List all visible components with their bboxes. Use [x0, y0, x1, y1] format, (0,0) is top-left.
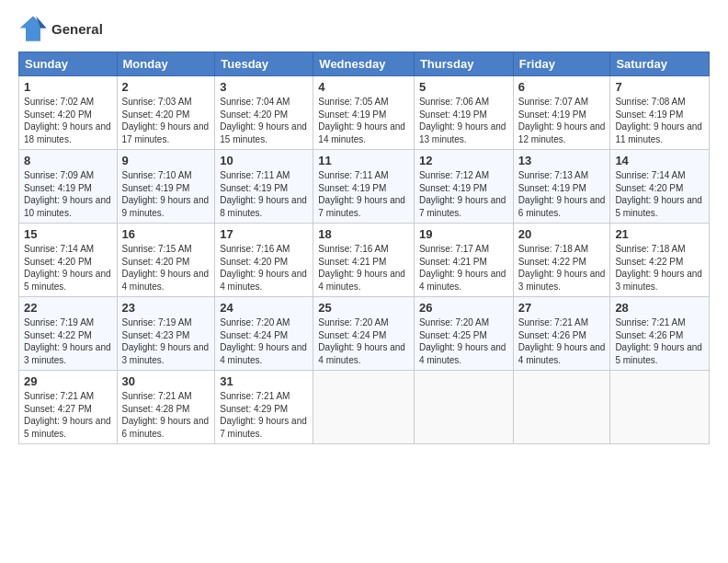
- day-number: 11: [318, 154, 409, 167]
- logo: General: [18, 15, 103, 44]
- daylight-label: Daylight: 9 hours and 3 minutes.: [615, 269, 702, 292]
- header: General: [18, 15, 710, 44]
- day-info: Sunrise: 7:18 AM Sunset: 4:22 PM Dayligh…: [615, 243, 704, 293]
- day-info: Sunrise: 7:13 AM Sunset: 4:19 PM Dayligh…: [518, 169, 606, 219]
- day-info: Sunrise: 7:05 AM Sunset: 4:19 PM Dayligh…: [318, 96, 409, 145]
- day-cell: 14 Sunrise: 7:14 AM Sunset: 4:20 PM Dayl…: [610, 150, 710, 224]
- day-cell: 3 Sunrise: 7:04 AM Sunset: 4:20 PM Dayli…: [215, 76, 313, 150]
- sunset-label: Sunset: 4:20 PM: [615, 183, 683, 193]
- day-cell: 23 Sunrise: 7:19 AM Sunset: 4:23 PM Dayl…: [117, 297, 215, 371]
- daylight-label: Daylight: 9 hours and 4 minutes.: [220, 342, 307, 365]
- sunset-label: Sunset: 4:19 PM: [24, 183, 92, 193]
- day-cell: 5 Sunrise: 7:06 AM Sunset: 4:19 PM Dayli…: [414, 76, 513, 150]
- sunset-label: Sunset: 4:24 PM: [220, 330, 288, 340]
- daylight-label: Daylight: 9 hours and 14 minutes.: [318, 121, 405, 144]
- daylight-label: Daylight: 9 hours and 8 minutes.: [220, 195, 307, 218]
- day-info: Sunrise: 7:02 AM Sunset: 4:20 PM Dayligh…: [24, 96, 112, 145]
- daylight-label: Daylight: 9 hours and 5 minutes.: [24, 416, 111, 439]
- svg-marker-0: [20, 17, 47, 41]
- day-cell: 9 Sunrise: 7:10 AM Sunset: 4:19 PM Dayli…: [117, 150, 215, 224]
- col-header-monday: Monday: [117, 52, 215, 76]
- sunset-label: Sunset: 4:25 PM: [419, 330, 487, 340]
- day-info: Sunrise: 7:03 AM Sunset: 4:20 PM Dayligh…: [122, 96, 210, 145]
- day-info: Sunrise: 7:21 AM Sunset: 4:29 PM Dayligh…: [220, 390, 308, 440]
- sunrise-label: Sunrise: 7:10 AM: [122, 170, 192, 180]
- day-number: 17: [220, 227, 308, 241]
- day-cell: 17 Sunrise: 7:16 AM Sunset: 4:20 PM Dayl…: [215, 224, 313, 297]
- day-number: 16: [122, 227, 210, 241]
- day-cell: 15 Sunrise: 7:14 AM Sunset: 4:20 PM Dayl…: [19, 224, 118, 297]
- daylight-label: Daylight: 9 hours and 4 minutes.: [220, 269, 307, 292]
- day-cell: [610, 371, 710, 444]
- day-number: 22: [24, 301, 112, 315]
- sunset-label: Sunset: 4:27 PM: [24, 404, 92, 414]
- sunset-label: Sunset: 4:19 PM: [220, 183, 288, 193]
- daylight-label: Daylight: 9 hours and 3 minutes.: [24, 342, 111, 365]
- sunrise-label: Sunrise: 7:18 AM: [518, 244, 588, 254]
- sunset-label: Sunset: 4:19 PM: [615, 109, 683, 120]
- daylight-label: Daylight: 9 hours and 4 minutes.: [318, 269, 405, 292]
- sunset-label: Sunset: 4:19 PM: [318, 183, 386, 193]
- day-cell: 31 Sunrise: 7:21 AM Sunset: 4:29 PM Dayl…: [215, 371, 313, 444]
- sunrise-label: Sunrise: 7:21 AM: [615, 317, 685, 327]
- sunset-label: Sunset: 4:21 PM: [318, 257, 386, 267]
- day-info: Sunrise: 7:21 AM Sunset: 4:27 PM Dayligh…: [24, 390, 112, 440]
- week-row-2: 8 Sunrise: 7:09 AM Sunset: 4:19 PM Dayli…: [19, 150, 710, 224]
- day-number: 10: [220, 154, 308, 167]
- day-cell: 28 Sunrise: 7:21 AM Sunset: 4:26 PM Dayl…: [610, 297, 710, 371]
- day-cell: 11 Sunrise: 7:11 AM Sunset: 4:19 PM Dayl…: [313, 150, 415, 224]
- day-info: Sunrise: 7:21 AM Sunset: 4:28 PM Dayligh…: [122, 390, 210, 440]
- day-number: 23: [122, 301, 210, 315]
- daylight-label: Daylight: 9 hours and 7 minutes.: [419, 195, 506, 218]
- day-info: Sunrise: 7:20 AM Sunset: 4:25 PM Dayligh…: [419, 316, 508, 366]
- week-row-3: 15 Sunrise: 7:14 AM Sunset: 4:20 PM Dayl…: [19, 224, 710, 297]
- daylight-label: Daylight: 9 hours and 17 minutes.: [122, 121, 210, 144]
- day-info: Sunrise: 7:15 AM Sunset: 4:20 PM Dayligh…: [122, 243, 210, 293]
- day-cell: 4 Sunrise: 7:05 AM Sunset: 4:19 PM Dayli…: [313, 76, 415, 150]
- day-number: 6: [518, 80, 606, 94]
- daylight-label: Daylight: 9 hours and 4 minutes.: [419, 342, 506, 365]
- sunrise-label: Sunrise: 7:19 AM: [122, 317, 192, 327]
- day-info: Sunrise: 7:12 AM Sunset: 4:19 PM Dayligh…: [419, 169, 508, 219]
- day-number: 12: [419, 154, 508, 167]
- day-info: Sunrise: 7:08 AM Sunset: 4:19 PM Dayligh…: [615, 96, 704, 145]
- day-cell: 30 Sunrise: 7:21 AM Sunset: 4:28 PM Dayl…: [117, 371, 215, 444]
- day-cell: 6 Sunrise: 7:07 AM Sunset: 4:19 PM Dayli…: [513, 76, 610, 150]
- sunset-label: Sunset: 4:29 PM: [220, 404, 288, 414]
- daylight-label: Daylight: 9 hours and 5 minutes.: [615, 342, 702, 365]
- day-number: 15: [24, 227, 112, 241]
- sunset-label: Sunset: 4:22 PM: [518, 257, 586, 267]
- sunrise-label: Sunrise: 7:14 AM: [615, 170, 685, 180]
- daylight-label: Daylight: 9 hours and 6 minutes.: [518, 195, 606, 218]
- day-number: 2: [122, 80, 210, 94]
- sunset-label: Sunset: 4:20 PM: [122, 257, 190, 267]
- day-cell: 2 Sunrise: 7:03 AM Sunset: 4:20 PM Dayli…: [117, 76, 215, 150]
- day-cell: 20 Sunrise: 7:18 AM Sunset: 4:22 PM Dayl…: [513, 224, 610, 297]
- daylight-label: Daylight: 9 hours and 4 minutes.: [318, 342, 405, 365]
- daylight-label: Daylight: 9 hours and 13 minutes.: [419, 121, 506, 144]
- day-number: 7: [615, 80, 704, 94]
- page: General SundayMondayTuesdayWednesdayThur…: [0, 0, 728, 563]
- daylight-label: Daylight: 9 hours and 11 minutes.: [615, 121, 702, 144]
- sunrise-label: Sunrise: 7:21 AM: [24, 391, 94, 401]
- day-number: 8: [24, 154, 112, 167]
- sunset-label: Sunset: 4:22 PM: [24, 330, 92, 340]
- col-header-tuesday: Tuesday: [215, 52, 313, 76]
- sunset-label: Sunset: 4:19 PM: [122, 183, 190, 193]
- daylight-label: Daylight: 9 hours and 10 minutes.: [24, 195, 111, 218]
- sunset-label: Sunset: 4:24 PM: [318, 330, 386, 340]
- sunrise-label: Sunrise: 7:14 AM: [24, 244, 94, 254]
- day-info: Sunrise: 7:19 AM Sunset: 4:23 PM Dayligh…: [122, 316, 210, 366]
- day-cell: 18 Sunrise: 7:16 AM Sunset: 4:21 PM Dayl…: [313, 224, 415, 297]
- day-number: 5: [419, 80, 508, 94]
- daylight-label: Daylight: 9 hours and 4 minutes.: [419, 269, 506, 292]
- day-cell: 21 Sunrise: 7:18 AM Sunset: 4:22 PM Dayl…: [610, 224, 710, 297]
- day-number: 9: [122, 154, 210, 167]
- day-number: 26: [419, 301, 508, 315]
- day-cell: 10 Sunrise: 7:11 AM Sunset: 4:19 PM Dayl…: [215, 150, 313, 224]
- day-info: Sunrise: 7:21 AM Sunset: 4:26 PM Dayligh…: [518, 316, 606, 366]
- day-number: 28: [615, 301, 704, 315]
- sunrise-label: Sunrise: 7:21 AM: [220, 391, 290, 401]
- col-header-wednesday: Wednesday: [313, 52, 415, 76]
- day-info: Sunrise: 7:18 AM Sunset: 4:22 PM Dayligh…: [518, 243, 606, 293]
